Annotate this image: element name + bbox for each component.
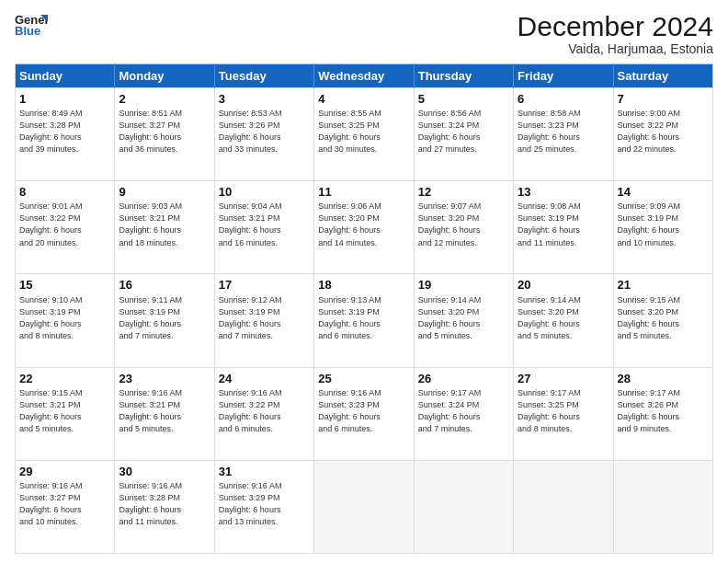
table-row: [314, 460, 414, 553]
day-number: 1: [19, 91, 110, 108]
day-info: Sunrise: 9:16 AMSunset: 3:22 PMDaylight:…: [219, 387, 310, 435]
day-info: Sunrise: 9:06 AMSunset: 3:20 PMDaylight:…: [318, 201, 409, 248]
table-row: 1Sunrise: 8:49 AMSunset: 3:28 PMDaylight…: [16, 88, 115, 181]
table-row: 30Sunrise: 9:16 AMSunset: 3:28 PMDayligh…: [115, 460, 214, 553]
day-info: Sunrise: 9:15 AMSunset: 3:21 PMDaylight:…: [19, 387, 110, 435]
day-number: 16: [119, 277, 210, 293]
logo-icon: General Blue: [15, 11, 48, 37]
day-number: 30: [119, 464, 210, 480]
page: General Blue December 2024 Vaida, Harjum…: [0, 0, 728, 563]
table-row: 2Sunrise: 8:51 AMSunset: 3:27 PMDaylight…: [115, 88, 214, 181]
table-row: 10Sunrise: 9:04 AMSunset: 3:21 PMDayligh…: [214, 181, 313, 274]
table-row: 9Sunrise: 9:03 AMSunset: 3:21 PMDaylight…: [115, 181, 214, 274]
day-info: Sunrise: 8:56 AMSunset: 3:24 PMDaylight:…: [418, 108, 509, 155]
day-number: 24: [219, 371, 310, 387]
day-info: Sunrise: 9:16 AMSunset: 3:23 PMDaylight:…: [318, 387, 409, 435]
day-info: Sunrise: 9:12 AMSunset: 3:19 PMDaylight:…: [219, 294, 310, 342]
header: General Blue December 2024 Vaida, Harjum…: [15, 11, 713, 56]
day-info: Sunrise: 9:16 AMSunset: 3:27 PMDaylight:…: [19, 480, 110, 528]
day-info: Sunrise: 9:16 AMSunset: 3:21 PMDaylight:…: [119, 387, 210, 435]
table-row: 11Sunrise: 9:06 AMSunset: 3:20 PMDayligh…: [314, 181, 414, 274]
table-row: 7Sunrise: 9:00 AMSunset: 3:22 PMDaylight…: [613, 88, 712, 181]
table-row: 6Sunrise: 8:58 AMSunset: 3:23 PMDaylight…: [514, 88, 613, 181]
table-row: [613, 460, 712, 553]
day-info: Sunrise: 9:01 AMSunset: 3:22 PMDaylight:…: [19, 201, 110, 248]
day-number: 7: [618, 91, 709, 108]
day-info: Sunrise: 9:17 AMSunset: 3:24 PMDaylight:…: [418, 387, 509, 435]
table-row: 15Sunrise: 9:10 AMSunset: 3:19 PMDayligh…: [16, 274, 115, 367]
day-info: Sunrise: 9:08 AMSunset: 3:19 PMDaylight:…: [518, 201, 609, 248]
day-number: 9: [119, 184, 210, 201]
calendar-title: December 2024: [518, 11, 713, 41]
day-number: 10: [219, 184, 310, 201]
day-number: 2: [119, 91, 210, 108]
header-thursday: Thursday: [414, 64, 513, 88]
table-row: 21Sunrise: 9:15 AMSunset: 3:20 PMDayligh…: [613, 274, 712, 367]
table-row: 3Sunrise: 8:53 AMSunset: 3:26 PMDaylight…: [214, 88, 313, 181]
table-row: 24Sunrise: 9:16 AMSunset: 3:22 PMDayligh…: [214, 367, 313, 460]
table-row: 16Sunrise: 9:11 AMSunset: 3:19 PMDayligh…: [115, 274, 214, 367]
table-row: 4Sunrise: 8:55 AMSunset: 3:25 PMDaylight…: [314, 88, 414, 181]
table-row: [414, 460, 513, 553]
day-info: Sunrise: 9:15 AMSunset: 3:20 PMDaylight:…: [618, 294, 709, 342]
table-row: 13Sunrise: 9:08 AMSunset: 3:19 PMDayligh…: [514, 181, 613, 274]
table-row: 12Sunrise: 9:07 AMSunset: 3:20 PMDayligh…: [414, 181, 513, 274]
table-row: 19Sunrise: 9:14 AMSunset: 3:20 PMDayligh…: [414, 274, 513, 367]
weekday-header-row: Sunday Monday Tuesday Wednesday Thursday…: [16, 64, 713, 88]
header-saturday: Saturday: [613, 64, 712, 88]
day-info: Sunrise: 9:09 AMSunset: 3:19 PMDaylight:…: [618, 201, 709, 248]
day-number: 22: [19, 371, 110, 387]
day-info: Sunrise: 8:53 AMSunset: 3:26 PMDaylight:…: [219, 108, 310, 155]
header-wednesday: Wednesday: [314, 64, 414, 88]
day-info: Sunrise: 9:04 AMSunset: 3:21 PMDaylight:…: [219, 201, 310, 248]
table-row: 18Sunrise: 9:13 AMSunset: 3:19 PMDayligh…: [314, 274, 414, 367]
day-number: 15: [19, 277, 110, 293]
day-number: 28: [618, 371, 709, 387]
day-info: Sunrise: 8:49 AMSunset: 3:28 PMDaylight:…: [19, 108, 110, 155]
day-number: 19: [418, 277, 509, 293]
day-number: 3: [219, 91, 310, 108]
table-row: 22Sunrise: 9:15 AMSunset: 3:21 PMDayligh…: [16, 367, 115, 460]
day-number: 5: [418, 91, 509, 108]
table-row: 14Sunrise: 9:09 AMSunset: 3:19 PMDayligh…: [613, 181, 712, 274]
day-number: 29: [19, 464, 110, 480]
header-sunday: Sunday: [16, 64, 115, 88]
table-row: [514, 460, 613, 553]
table-row: 26Sunrise: 9:17 AMSunset: 3:24 PMDayligh…: [414, 367, 513, 460]
day-info: Sunrise: 8:51 AMSunset: 3:27 PMDaylight:…: [119, 108, 210, 155]
day-info: Sunrise: 9:00 AMSunset: 3:22 PMDaylight:…: [618, 108, 709, 155]
header-friday: Friday: [514, 64, 613, 88]
day-number: 14: [618, 184, 709, 201]
table-row: 25Sunrise: 9:16 AMSunset: 3:23 PMDayligh…: [314, 367, 414, 460]
table-row: 5Sunrise: 8:56 AMSunset: 3:24 PMDaylight…: [414, 88, 513, 181]
day-info: Sunrise: 9:03 AMSunset: 3:21 PMDaylight:…: [119, 201, 210, 248]
logo: General Blue: [15, 11, 50, 37]
svg-text:Blue: Blue: [15, 24, 40, 37]
day-number: 13: [518, 184, 609, 201]
day-info: Sunrise: 9:16 AMSunset: 3:28 PMDaylight:…: [119, 480, 210, 528]
day-info: Sunrise: 8:58 AMSunset: 3:23 PMDaylight:…: [518, 108, 609, 155]
day-info: Sunrise: 9:17 AMSunset: 3:25 PMDaylight:…: [518, 387, 609, 435]
day-info: Sunrise: 9:13 AMSunset: 3:19 PMDaylight:…: [318, 294, 409, 342]
table-row: 8Sunrise: 9:01 AMSunset: 3:22 PMDaylight…: [16, 181, 115, 274]
day-info: Sunrise: 9:14 AMSunset: 3:20 PMDaylight:…: [418, 294, 509, 342]
title-block: December 2024 Vaida, Harjumaa, Estonia: [518, 11, 713, 56]
header-tuesday: Tuesday: [214, 64, 313, 88]
day-number: 26: [418, 371, 509, 387]
day-number: 8: [19, 184, 110, 201]
calendar-table: Sunday Monday Tuesday Wednesday Thursday…: [15, 63, 713, 554]
day-info: Sunrise: 9:07 AMSunset: 3:20 PMDaylight:…: [418, 201, 509, 248]
day-info: Sunrise: 9:14 AMSunset: 3:20 PMDaylight:…: [518, 294, 609, 342]
table-row: 20Sunrise: 9:14 AMSunset: 3:20 PMDayligh…: [514, 274, 613, 367]
table-row: 31Sunrise: 9:16 AMSunset: 3:29 PMDayligh…: [214, 460, 313, 553]
day-info: Sunrise: 9:11 AMSunset: 3:19 PMDaylight:…: [119, 294, 210, 342]
table-row: 28Sunrise: 9:17 AMSunset: 3:26 PMDayligh…: [613, 367, 712, 460]
day-number: 25: [318, 371, 409, 387]
day-number: 6: [518, 91, 609, 108]
calendar-subtitle: Vaida, Harjumaa, Estonia: [518, 41, 713, 56]
day-number: 4: [318, 91, 409, 108]
day-info: Sunrise: 9:10 AMSunset: 3:19 PMDaylight:…: [19, 294, 110, 342]
day-number: 18: [318, 277, 409, 293]
day-number: 11: [318, 184, 409, 201]
day-number: 17: [219, 277, 310, 293]
